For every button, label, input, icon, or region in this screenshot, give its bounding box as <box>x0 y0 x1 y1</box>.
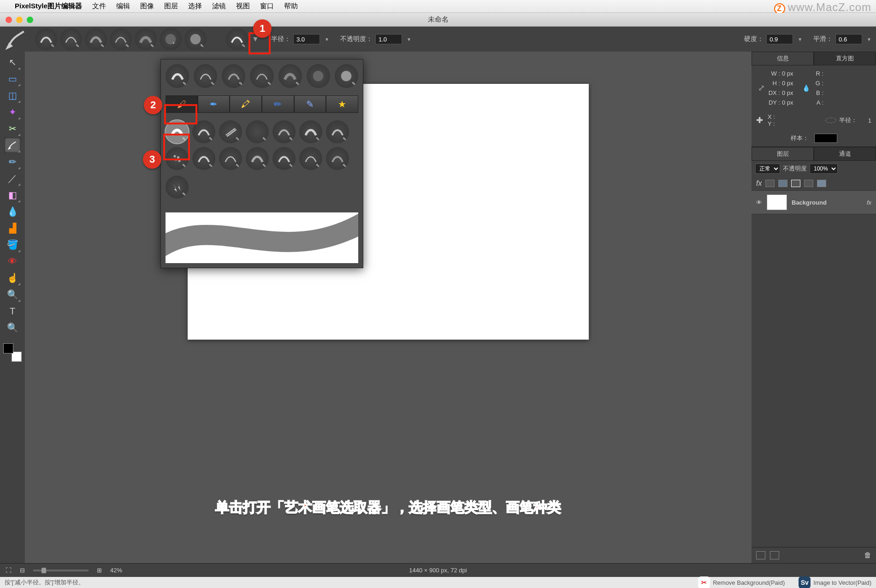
menu-file[interactable]: 文件 <box>92 2 106 11</box>
radius-input[interactable] <box>293 34 320 44</box>
fx-slot-4[interactable] <box>804 180 813 187</box>
crop-tool[interactable]: ✂ <box>4 121 21 136</box>
brush-preset-3[interactable]: ✎ <box>85 28 107 50</box>
popup-preset-3[interactable]: ✎ <box>222 64 245 88</box>
eraser-tool[interactable]: ◧ <box>4 187 21 203</box>
menu-layer[interactable]: 图层 <box>164 2 178 11</box>
smooth-stepper[interactable]: ▼ <box>867 37 871 42</box>
brush-preset-4[interactable]: ✎ <box>110 28 132 50</box>
popup-preset-1[interactable]: ✎ <box>166 64 189 88</box>
foreground-color-swatch[interactable] <box>3 343 13 353</box>
opacity-input[interactable] <box>375 34 402 44</box>
brush-item-3[interactable]: ✎ <box>219 120 242 143</box>
visibility-icon[interactable]: 👁 <box>756 199 762 206</box>
fx-slot-3[interactable] <box>791 180 800 187</box>
layer-row[interactable]: 👁 Background fx <box>752 190 876 214</box>
brush-preset-6[interactable] <box>160 28 182 50</box>
img-to-vector-app[interactable]: Sv Image to Vector(Paid) <box>799 576 871 588</box>
brush-preset-current[interactable]: ✎ <box>226 28 248 50</box>
brush-tool[interactable] <box>4 137 21 153</box>
menu-window[interactable]: 窗口 <box>260 2 274 11</box>
brush-category-star[interactable]: ★ <box>326 95 358 113</box>
redeye-tool[interactable]: 👁 <box>4 253 21 269</box>
brush-item-15[interactable]: ✎ <box>166 176 189 199</box>
brush-preset-7[interactable]: ✎ <box>184 28 207 50</box>
window-minimize-button[interactable] <box>16 17 23 23</box>
canvas-info: 1440 × 900 px, 72 dpi <box>409 567 467 574</box>
finger-tool[interactable]: ☝ <box>4 270 21 286</box>
blend-mode-select[interactable]: 正常 <box>755 164 780 174</box>
brush-item-10[interactable]: ✎ <box>219 147 242 170</box>
line-tool[interactable]: ／ <box>4 171 21 186</box>
brush-category-pencil[interactable]: ✎ <box>294 95 326 113</box>
zoom-tool[interactable]: 🔍 <box>4 320 21 335</box>
zoom-out-icon[interactable]: ⊟ <box>20 567 25 574</box>
brush-item-6[interactable]: ✎ <box>299 120 322 143</box>
popup-preset-2[interactable]: ✎ <box>194 64 217 88</box>
opacity-stepper[interactable]: ▼ <box>407 37 411 42</box>
brush-preset-2[interactable]: ✎ <box>60 28 82 50</box>
bucket-tool[interactable]: 🪣 <box>4 237 21 253</box>
stamp-tool[interactable]: ▟ <box>4 220 21 236</box>
svg-point-1 <box>190 34 201 45</box>
window-maximize-button[interactable] <box>27 17 33 23</box>
brush-item-5[interactable]: ✎ <box>272 120 296 143</box>
menu-filter[interactable]: 滤镜 <box>212 2 226 11</box>
transform-tool[interactable]: ◫ <box>4 88 21 103</box>
duplicate-layer-button[interactable] <box>770 551 779 559</box>
plus-icon[interactable]: ✚ <box>756 115 763 125</box>
layer-fx-icon[interactable]: fx <box>867 199 871 206</box>
delete-layer-button[interactable]: 🗑 <box>864 551 871 559</box>
brush-item-12[interactable]: ✎ <box>272 147 296 170</box>
pencil-tool[interactable]: ✏ <box>4 154 21 170</box>
remove-bg-app[interactable]: ✂ Remove Background(Paid) <box>698 576 785 588</box>
window-close-button[interactable] <box>6 17 12 23</box>
layer-name: Background <box>792 199 827 206</box>
brush-preset-1[interactable]: ✎ <box>35 28 57 50</box>
brush-item-11[interactable]: ✎ <box>246 147 269 170</box>
new-layer-button[interactable] <box>756 551 765 559</box>
app-name[interactable]: PixelStyle图片编辑器 <box>15 2 82 11</box>
brush-category-pen[interactable]: ✒ <box>198 95 230 113</box>
popup-preset-5[interactable]: ✎ <box>278 64 302 88</box>
move-tool[interactable]: ↖ <box>4 54 21 70</box>
popup-preset-7[interactable]: ✎ <box>335 64 358 88</box>
brush-item-9[interactable]: ✎ <box>192 147 215 170</box>
search-tool[interactable]: 🔍 <box>4 287 21 302</box>
fx-label[interactable]: fx <box>756 179 762 188</box>
brush-item-14[interactable]: ✎ <box>326 147 349 170</box>
marquee-tool[interactable]: ▭ <box>4 71 21 87</box>
tab-channels[interactable]: 通道 <box>814 147 876 161</box>
color-swatches[interactable] <box>3 343 22 362</box>
fit-screen-icon[interactable]: ⛶ <box>6 567 12 574</box>
text-tool[interactable]: T <box>4 303 21 319</box>
radius-stepper[interactable]: ▼ <box>325 37 329 42</box>
menu-view[interactable]: 视图 <box>236 2 250 11</box>
wand-tool[interactable]: ✦ <box>4 104 21 120</box>
menu-help[interactable]: 帮助 <box>284 2 298 11</box>
brush-item-7[interactable]: ✎ <box>326 120 349 143</box>
zoom-in-icon[interactable]: ⊞ <box>97 567 102 574</box>
menu-select[interactable]: 选择 <box>188 2 202 11</box>
tab-info[interactable]: 信息 <box>752 52 814 65</box>
hardness-input[interactable] <box>766 34 793 44</box>
brush-preset-5[interactable]: ✎ <box>135 28 157 50</box>
popup-preset-4[interactable]: ✎ <box>250 64 273 88</box>
fx-slot-2[interactable] <box>778 180 787 187</box>
layer-opacity-select[interactable]: 100% <box>810 164 838 174</box>
smooth-input[interactable] <box>835 34 862 44</box>
hardness-stepper[interactable]: ▼ <box>798 37 802 42</box>
menu-image[interactable]: 图像 <box>140 2 154 11</box>
tab-histogram[interactable]: 直方图 <box>814 52 876 65</box>
brush-item-13[interactable]: ✎ <box>299 147 322 170</box>
brush-category-marker[interactable]: 🖍 <box>230 95 262 113</box>
popup-preset-6[interactable] <box>307 64 330 88</box>
eyedropper-tool[interactable]: 💧 <box>4 204 21 219</box>
brush-category-crayon[interactable]: ✏ <box>262 95 294 113</box>
fx-slot-5[interactable] <box>817 180 826 187</box>
fx-slot-1[interactable] <box>765 180 775 187</box>
brush-item-4[interactable]: ✎ <box>246 120 269 143</box>
sample-swatch[interactable] <box>814 134 837 143</box>
tab-layers[interactable]: 图层 <box>752 147 814 161</box>
menu-edit[interactable]: 编辑 <box>116 2 130 11</box>
